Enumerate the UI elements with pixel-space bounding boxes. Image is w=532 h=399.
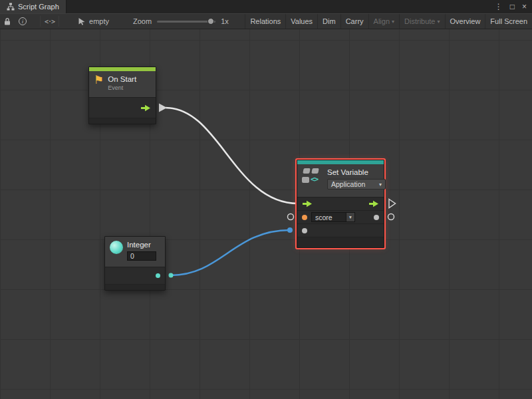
info-button[interactable]: i [15, 14, 31, 29]
node-title: Set Variable [327, 168, 386, 177]
menu-icon[interactable]: ⋮ [495, 3, 503, 11]
toolbar-separator [59, 16, 59, 27]
graph-toolbar: i <·> empty Zoom 1x Relations Values Dim… [0, 13, 532, 29]
integer-output-port[interactable] [156, 273, 160, 278]
value-port-row [297, 224, 384, 237]
node-footer [89, 118, 156, 124]
graph-selector[interactable]: empty [78, 17, 109, 25]
script-graph-icon [7, 3, 15, 11]
zoom-slider[interactable] [157, 21, 215, 23]
set-variable-icon: <> [302, 168, 323, 186]
title-bar: Script Graph ⋮ □ × [0, 0, 532, 13]
node-set-variable[interactable]: <> Set Variable Application ▾ score ▾ [297, 160, 384, 248]
tab-script-graph[interactable]: Script Graph [0, 0, 66, 13]
chevron-down-icon: ▾ [379, 182, 382, 188]
zoom-slider-knob[interactable] [207, 18, 214, 25]
node-footer [105, 285, 165, 290]
variable-name-port[interactable] [302, 215, 307, 220]
integer-value-field[interactable]: 0 [127, 251, 156, 261]
relations-button[interactable]: Relations [245, 14, 285, 29]
output-value-port[interactable] [374, 215, 379, 220]
variable-scope-dropdown[interactable]: Application ▾ [327, 179, 386, 190]
variable-name-value[interactable]: score [311, 212, 346, 222]
flow-port-row [297, 198, 384, 211]
node-footer [297, 237, 384, 247]
code-icon: <·> [45, 18, 55, 25]
node-header: ⚑ On Start Event [89, 71, 156, 98]
variable-name-dropdown[interactable]: score ▾ [311, 212, 355, 222]
zoom-control: Zoom 1x [133, 17, 229, 25]
node-subtitle: Event [108, 84, 136, 91]
values-button[interactable]: Values [285, 14, 317, 29]
dim-button[interactable]: Dim [317, 14, 340, 29]
node-title: Integer [127, 240, 156, 249]
port-row [89, 98, 156, 118]
tab-title: Script Graph [18, 3, 59, 11]
align-dropdown-button[interactable]: Align▾ [368, 14, 399, 29]
node-on-start[interactable]: ⚑ On Start Event [88, 66, 156, 124]
lock-icon [4, 17, 11, 25]
port-row [105, 267, 165, 285]
flow-input-port[interactable] [302, 200, 313, 207]
carry-button[interactable]: Carry [340, 14, 368, 29]
distribute-dropdown-button[interactable]: Distribute▾ [399, 14, 444, 29]
fullscreen-button[interactable]: Full Screen [485, 14, 532, 29]
lock-button[interactable] [0, 14, 15, 29]
maximize-icon[interactable]: □ [510, 3, 515, 11]
zoom-label: Zoom [133, 17, 152, 25]
flow-output-port[interactable] [140, 104, 151, 112]
graph-pointer-icon [78, 17, 86, 25]
node-header: <> Set Variable Application ▾ [297, 164, 384, 198]
zoom-value: 1x [221, 17, 229, 25]
code-brackets-icon: <> [311, 175, 318, 184]
code-view-button[interactable]: <·> [41, 14, 59, 29]
flag-icon: ⚑ [94, 74, 104, 86]
variable-scope-value: Application [331, 180, 365, 188]
chevron-down-icon: ▾ [438, 19, 440, 25]
info-icon: i [19, 17, 27, 25]
chevron-down-icon[interactable]: ▾ [346, 212, 355, 222]
toolbar-buttons: Relations Values Dim Carry Align▾ Distri… [245, 14, 532, 29]
chevron-down-icon: ▾ [392, 19, 394, 25]
flow-output-port[interactable] [368, 200, 379, 207]
node-title: On Start [108, 74, 136, 84]
input-value-port[interactable] [302, 228, 307, 233]
node-header: Integer 0 [105, 237, 165, 267]
overview-button[interactable]: Overview [445, 14, 485, 29]
graph-name-label: empty [89, 17, 109, 25]
graph-canvas[interactable] [0, 29, 532, 399]
close-icon[interactable]: × [522, 3, 527, 11]
name-port-row: score ▾ [297, 211, 384, 224]
window-controls: ⋮ □ × [495, 3, 532, 11]
node-integer[interactable]: Integer 0 [104, 236, 166, 291]
integer-icon [110, 241, 123, 254]
